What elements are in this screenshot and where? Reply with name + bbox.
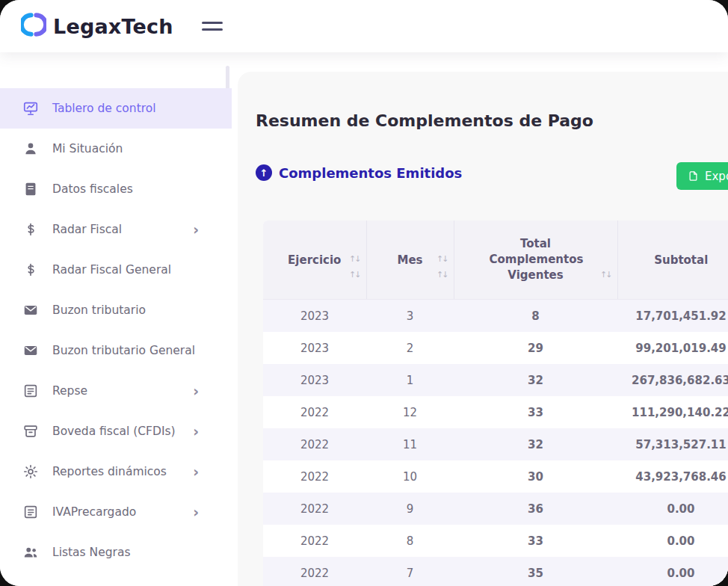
column-header-mes[interactable]: Mes ↑↓ ↑↓ — [366, 220, 454, 300]
cell-subtotal: 111,290,140.22 — [617, 396, 728, 428]
cell-mes: 7 — [366, 557, 454, 586]
sidebar-item-label: Buzon tributario — [52, 303, 146, 317]
chevron-right-icon: › — [193, 384, 199, 398]
sort-icon[interactable]: ↑↓ — [349, 270, 360, 280]
cell-subtotal: 17,701,451.92 — [617, 300, 728, 333]
section-title: Complementos Emitidos — [279, 165, 462, 181]
sidebar-item-label: Repse — [52, 384, 87, 398]
cell-subtotal: 0.00 — [617, 493, 728, 525]
archive-box-icon — [22, 423, 39, 440]
sidebar-item-reportes-dinamicos[interactable]: Reportes dinámicos › — [0, 451, 232, 492]
cell-ejercicio: 2022 — [263, 525, 366, 557]
cell-total-vigentes[interactable]: 35 — [454, 557, 617, 586]
sidebar-item-mi-situacion[interactable]: Mi Situación — [0, 129, 232, 169]
top-header: LegaxTech — [0, 0, 728, 52]
sidebar-item-buzon-tributario-general[interactable]: Buzon tributario General — [0, 330, 232, 371]
sort-icon[interactable]: ↑↓ — [437, 254, 447, 264]
cell-subtotal: 0.00 — [617, 525, 728, 557]
cell-mes: 9 — [366, 493, 454, 525]
complementos-table: Ejercicio ↑↓ ↑↓ Mes ↑↓ ↑↓ Total Compleme… — [263, 220, 728, 586]
cell-ejercicio: 2022 — [263, 460, 366, 493]
column-header-ejercicio[interactable]: Ejercicio ↑↓ ↑↓ — [263, 220, 366, 300]
main-area: Resumen de Complementos de Pago ↑ Comple… — [232, 52, 728, 586]
table-row: 2022 9 36 0.00 — [263, 493, 728, 525]
sidebar-item-label: Tablero de control — [52, 102, 156, 115]
cell-total-vigentes[interactable]: 36 — [454, 493, 617, 525]
cell-total-vigentes[interactable]: 32 — [454, 428, 617, 460]
cell-ejercicio: 2022 — [263, 396, 366, 428]
cell-subtotal: 99,201,019.49 — [617, 332, 728, 364]
cell-mes: 2 — [366, 332, 454, 364]
table-row: 2023 3 8 17,701,451.92 — [263, 300, 728, 333]
table-row: 2022 7 35 0.00 — [263, 557, 728, 586]
column-header-total-complementos[interactable]: Total Complementos Vigentes ↑↓ — [454, 220, 617, 300]
book-icon — [22, 181, 39, 197]
cell-total-vigentes[interactable]: 29 — [454, 332, 617, 364]
sidebar-item-tablero-de-control[interactable]: Tablero de control — [0, 88, 232, 129]
sidebar-item-label: Reportes dinámicos — [52, 465, 167, 478]
arrow-up-circle-icon: ↑ — [256, 164, 272, 181]
cell-mes: 1 — [366, 364, 454, 396]
page-title: Resumen de Complementos de Pago — [256, 111, 593, 130]
sidebar-item-buzon-tributario[interactable]: Buzon tributario — [0, 290, 232, 330]
sidebar-item-label: Buzon tributario General — [52, 344, 195, 357]
cell-subtotal: 43,923,768.46 — [617, 460, 728, 493]
mail-icon — [22, 342, 39, 359]
sidebar-item-radar-fiscal[interactable]: Radar Fiscal › — [0, 209, 232, 250]
dashboard-icon — [22, 100, 39, 117]
export-button-label: Expo — [705, 170, 728, 183]
sidebar-item-label: Boveda fiscal (CFDIs) — [52, 425, 176, 438]
content-panel: Resumen de Complementos de Pago ↑ Comple… — [238, 72, 728, 586]
sidebar-item-boveda-fiscal[interactable]: Boveda fiscal (CFDIs) › — [0, 411, 232, 451]
mail-icon — [22, 302, 39, 318]
list-icon — [22, 504, 39, 520]
file-text-icon — [22, 383, 39, 399]
export-button[interactable]: Expo — [676, 162, 728, 190]
cell-subtotal: 0.00 — [617, 557, 728, 586]
brand-logo-icon — [21, 12, 46, 40]
gear-icon — [22, 463, 39, 480]
person-icon — [22, 141, 39, 157]
sidebar-item-label: Radar Fiscal General — [52, 263, 171, 277]
sidebar-item-label: Mi Situación — [52, 142, 123, 155]
sort-icon[interactable]: ↑↓ — [600, 270, 611, 280]
cell-total-vigentes[interactable]: 32 — [454, 364, 617, 396]
section-header: ↑ Complementos Emitidos — [256, 164, 462, 181]
people-icon — [22, 544, 39, 561]
cell-ejercicio: 2022 — [263, 428, 366, 460]
app-window: LegaxTech Tablero de control Mi Situació… — [0, 0, 728, 586]
sort-icon[interactable]: ↑↓ — [349, 254, 360, 264]
table-row: 2023 1 32 267,836,682.63 — [263, 364, 728, 396]
cell-total-vigentes[interactable]: 33 — [454, 525, 617, 557]
brand: LegaxTech — [21, 12, 173, 40]
sort-icon[interactable]: ↑↓ — [437, 270, 447, 280]
cell-total-vigentes[interactable]: 8 — [454, 300, 617, 333]
sidebar-item-radar-fiscal-general[interactable]: Radar Fiscal General — [0, 250, 232, 290]
cell-mes: 8 — [366, 525, 454, 557]
table-row: 2023 2 29 99,201,019.49 — [263, 332, 728, 364]
cell-ejercicio: 2022 — [263, 557, 366, 586]
cell-subtotal: 57,313,527.11 — [617, 428, 728, 460]
chevron-right-icon: › — [193, 425, 199, 439]
cell-ejercicio: 2022 — [263, 493, 366, 525]
dollar-radar-icon — [22, 262, 39, 278]
sidebar: Tablero de control Mi Situación Datos fi… — [0, 52, 232, 586]
table-header-row: Ejercicio ↑↓ ↑↓ Mes ↑↓ ↑↓ Total Compleme… — [263, 220, 728, 300]
sidebar-item-label: Radar Fiscal — [52, 223, 122, 236]
sidebar-item-ivaprecargado[interactable]: IVAPrecargado › — [0, 492, 232, 532]
cell-mes: 3 — [366, 300, 454, 333]
column-header-subtotal[interactable]: Subtotal — [617, 220, 728, 300]
chevron-right-icon: › — [193, 465, 199, 479]
chevron-right-icon: › — [193, 223, 199, 237]
cell-total-vigentes[interactable]: 33 — [454, 396, 617, 428]
sidebar-item-metadata[interactable]: Metadata — [0, 573, 232, 586]
export-file-icon — [688, 170, 699, 182]
cell-ejercicio: 2023 — [263, 332, 366, 364]
cell-total-vigentes[interactable]: 30 — [454, 460, 617, 493]
menu-toggle-icon[interactable] — [199, 19, 226, 34]
sidebar-item-listas-negras[interactable]: Listas Negras — [0, 532, 232, 573]
sidebar-item-repse[interactable]: Repse › — [0, 371, 232, 411]
sidebar-item-label: Datos fiscales — [52, 182, 133, 196]
chevron-right-icon: › — [193, 505, 199, 519]
sidebar-item-datos-fiscales[interactable]: Datos fiscales — [0, 169, 232, 209]
